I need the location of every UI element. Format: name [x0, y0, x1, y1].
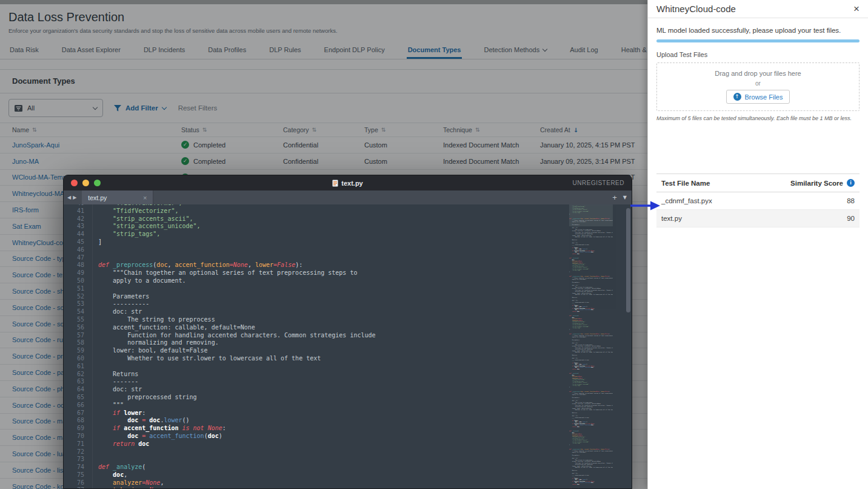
code-lines: 40 "TfidfTransformer",41 "TfidfVectorize… — [64, 204, 632, 489]
drawer-title: WhitneyCloud-code — [656, 4, 736, 14]
code-line: 72 — [64, 448, 632, 456]
editor-titlebar[interactable]: text.py UNREGISTERED — [64, 175, 632, 191]
test-files-drawer: WhitneyCloud-code × ML model loaded succ… — [647, 0, 868, 489]
line-number: 59 — [64, 347, 93, 355]
line-number: 56 — [64, 324, 93, 332]
line-number: 51 — [64, 285, 93, 293]
browse-files-button[interactable]: ↑ Browse Files — [726, 90, 790, 104]
line-number: 61 — [64, 363, 93, 371]
line-number: 67 — [64, 410, 93, 417]
code-line: 58 normalizing and removing. — [64, 339, 632, 347]
result-row[interactable]: text.py90 — [656, 210, 860, 228]
code-line: 74def _analyze( — [64, 464, 632, 471]
result-row[interactable]: _cdnmf_fast.pyx88 — [656, 192, 860, 210]
code-line: 77 tokenizer=None, — [64, 487, 632, 489]
result-file-name: text.py — [661, 215, 682, 222]
line-number: 55 — [64, 316, 93, 324]
code-line: 62 Returns — [64, 371, 632, 379]
scrollbar[interactable] — [626, 208, 630, 312]
code-line: 41 "TfidfVectorizer", — [64, 207, 632, 215]
code-area[interactable]: 40 "TfidfTransformer",41 "TfidfVectorize… — [64, 204, 632, 489]
line-number: 65 — [64, 394, 93, 402]
code-line: 64 doc: str — [64, 386, 632, 394]
line-number: 48 — [64, 261, 93, 269]
line-number: 53 — [64, 300, 93, 308]
code-line: 65 preprocessed string — [64, 394, 632, 402]
col-similarity-score: Similarity Score — [790, 180, 843, 187]
line-number: 64 — [64, 386, 93, 394]
line-number: 47 — [64, 254, 93, 262]
line-number: 49 — [64, 269, 93, 277]
code-line: 55 The string to preprocess — [64, 316, 632, 324]
editor-tab[interactable]: text.py × — [82, 191, 153, 204]
minimap[interactable]: "TfidfTransformer", "TfidfVectorizer", "… — [569, 206, 613, 488]
line-number: 74 — [64, 464, 93, 471]
line-number: 73 — [64, 456, 93, 464]
line-number: 62 — [64, 371, 93, 379]
code-line: 45] — [64, 238, 632, 246]
code-line: 67 if lower: — [64, 410, 632, 417]
code-line: 68 doc = doc.lower() — [64, 417, 632, 425]
code-line: 54 doc: str — [64, 308, 632, 316]
line-number: 52 — [64, 293, 93, 301]
code-line: 59 lower: bool, default=False — [64, 347, 632, 355]
line-number: 72 — [64, 448, 93, 456]
maximize-window-button[interactable] — [94, 180, 101, 186]
line-number: 57 — [64, 332, 93, 340]
line-number: 68 — [64, 417, 93, 425]
unregistered-label: UNREGISTERED — [573, 180, 624, 186]
line-number: 54 — [64, 308, 93, 316]
tab-close-icon[interactable]: × — [143, 194, 147, 201]
code-editor-window[interactable]: text.py UNREGISTERED ◀▶ text.py × + ▼ 40… — [63, 175, 632, 489]
line-number: 46 — [64, 246, 93, 254]
code-line: 50 apply to a document. — [64, 277, 632, 285]
close-window-button[interactable] — [71, 180, 78, 186]
page-root: Data Loss Prevention Enforce your organi… — [0, 0, 868, 489]
annotation-arrow-icon — [630, 200, 660, 211]
code-line: 46 — [64, 246, 632, 254]
drawer-header: WhitneyCloud-code × — [648, 0, 868, 18]
line-number: 41 — [64, 207, 93, 215]
code-line: 71 return doc — [64, 440, 632, 448]
code-line: 63 ------- — [64, 378, 632, 386]
line-number: 75 — [64, 471, 93, 479]
code-line: 70 doc = accent_function(doc) — [64, 433, 632, 440]
results-header: Test File Name Similarity Score i — [656, 174, 860, 192]
code-line: 49 """Chain together an optional series … — [64, 269, 632, 277]
line-number: 63 — [64, 378, 93, 386]
code-line: 51 — [64, 285, 632, 293]
line-number: 44 — [64, 231, 93, 238]
code-line: 60 Whether to use str.lower to lowercase… — [64, 355, 632, 363]
dropzone[interactable]: Drag and drop your files here or ↑ Brows… — [656, 62, 860, 111]
line-number: 42 — [64, 215, 93, 223]
editor-tab-label: text.py — [88, 194, 107, 201]
code-line: 42 "strip_accents_ascii", — [64, 215, 632, 223]
new-tab-button[interactable]: + — [612, 193, 617, 202]
overflow-menu-button[interactable]: ▼ — [623, 195, 627, 200]
info-icon[interactable]: i — [847, 179, 855, 187]
upload-icon: ↑ — [733, 93, 741, 101]
code-line: 53 ---------- — [64, 300, 632, 308]
result-score: 88 — [847, 197, 855, 204]
line-number: 77 — [64, 487, 93, 489]
code-line: 52 Parameters — [64, 293, 632, 301]
line-number: 60 — [64, 355, 93, 363]
upload-label: Upload Test Files — [656, 51, 860, 58]
line-number: 66 — [64, 402, 93, 410]
minimize-window-button[interactable] — [82, 180, 89, 186]
line-number: 45 — [64, 238, 93, 246]
code-line: 61 — [64, 363, 632, 371]
nav-back-forward-icons[interactable]: ◀▶ — [67, 195, 78, 200]
code-line: 43 "strip_accents_unicode", — [64, 223, 632, 231]
editor-tabstrip: ◀▶ text.py × + ▼ — [64, 191, 632, 204]
close-icon[interactable]: × — [853, 4, 860, 14]
dropzone-text: Drag and drop your files here — [715, 70, 801, 77]
col-test-file-name: Test File Name — [661, 180, 710, 187]
file-limit-note: Maximum of 5 files can be tested simulta… — [656, 115, 860, 121]
code-line: 57 Function for handling accented charac… — [64, 332, 632, 340]
code-line: 69 if accent_function is not None: — [64, 425, 632, 433]
line-number: 76 — [64, 479, 93, 487]
window-controls — [71, 180, 101, 186]
code-line: 76 analyzer=None, — [64, 479, 632, 487]
result-file-name: _cdnmf_fast.pyx — [661, 197, 712, 204]
